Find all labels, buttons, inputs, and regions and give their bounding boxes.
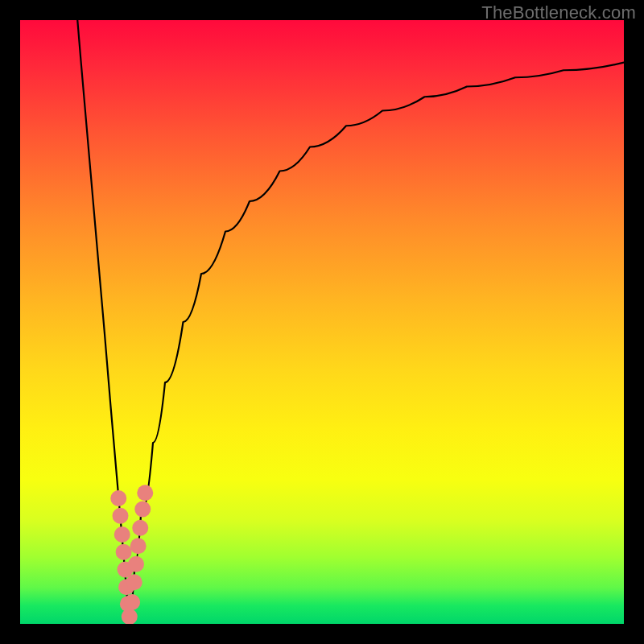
plot-area — [20, 20, 624, 624]
marker-dot — [114, 526, 130, 543]
marker-dot — [128, 556, 144, 572]
marker-dot — [113, 508, 129, 524]
marker-dot — [130, 538, 147, 554]
marker-dot — [134, 502, 151, 518]
chart-svg — [20, 20, 624, 624]
marker-dot — [126, 574, 142, 590]
curve-right-branch — [129, 63, 624, 618]
marker-dot — [116, 544, 132, 560]
marker-dot — [110, 490, 126, 506]
marker-dot — [132, 520, 148, 536]
marker-dot — [137, 485, 153, 501]
marker-dot — [122, 609, 138, 624]
chart-frame: TheBottleneck.com — [0, 0, 644, 644]
marker-layer — [110, 485, 153, 624]
marker-dot — [124, 594, 140, 610]
